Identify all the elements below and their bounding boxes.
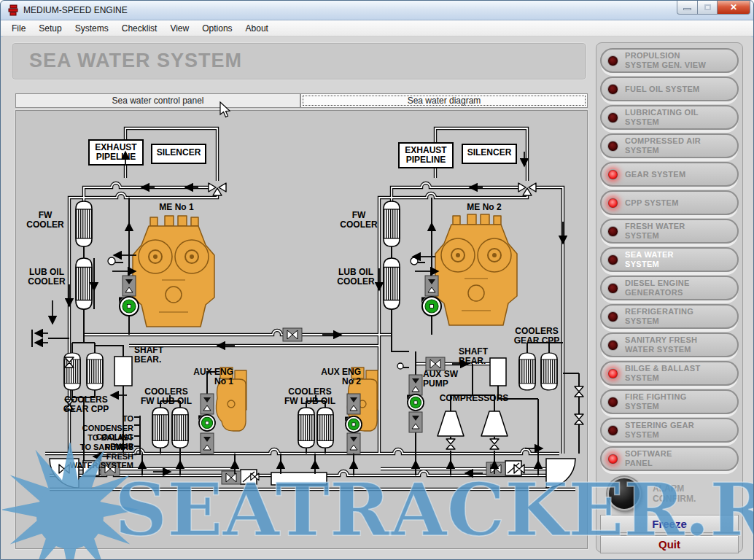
led-indicator bbox=[607, 84, 618, 95]
me2-sw-pump[interactable] bbox=[421, 297, 441, 316]
minimize-icon bbox=[683, 8, 691, 10]
sidebar-item-sanitary-fresh-water[interactable]: SANITARY FRESH WATER SYSTEM bbox=[600, 332, 739, 357]
aux-eng2-pump[interactable] bbox=[345, 416, 362, 432]
aux-eng1-pump[interactable] bbox=[198, 415, 215, 431]
led-indicator bbox=[607, 425, 618, 436]
label-me1: ME No 1 bbox=[147, 203, 206, 212]
label-coolers-fw-lub-oil-2: COOLERS FW LUB OIL bbox=[281, 387, 339, 406]
label-to-sanitary: TO SANITARY FRESH WATER SYSTEM bbox=[58, 443, 133, 470]
alarm-confirm-button[interactable] bbox=[607, 477, 641, 510]
label-coolers-gear-cpp-2: COOLERS GEAR CPP bbox=[508, 327, 566, 346]
label-shaft-bear-1: SHAFT BEAR. bbox=[134, 346, 178, 365]
led-indicator bbox=[607, 169, 618, 180]
menu-setup[interactable]: Setup bbox=[32, 21, 68, 36]
label-silencer-1: SILENCER bbox=[152, 148, 206, 158]
client-area: SEA WATER SYSTEM Sea water control panel… bbox=[1, 37, 753, 559]
sidebar-item-propulsion[interactable]: PROPULSION SYSTEM GEN. VIEW bbox=[600, 48, 739, 73]
led-indicator bbox=[607, 226, 618, 237]
led-indicator bbox=[607, 141, 618, 152]
led-indicator bbox=[607, 368, 618, 379]
minimize-button[interactable] bbox=[677, 1, 698, 15]
shaft-bearing-1 bbox=[114, 357, 132, 386]
menu-checklist[interactable]: Checklist bbox=[115, 21, 164, 36]
lub-oil-cooler-1 bbox=[76, 258, 92, 309]
label-me2: ME No 2 bbox=[455, 203, 513, 212]
label-fw-cooler-2: FW COOLER bbox=[337, 211, 381, 230]
lub-oil-cooler-2 bbox=[384, 258, 400, 309]
alarm-confirm-label: ALARM CONFIRM. bbox=[653, 483, 696, 504]
menu-about[interactable]: About bbox=[239, 21, 275, 36]
menu-bar: File Setup Systems Checklist View Option… bbox=[1, 20, 753, 36]
me2-sw-valve[interactable] bbox=[425, 276, 438, 296]
label-silencer-2: SILENCER bbox=[462, 148, 516, 158]
page-title: SEA WATER SYSTEM bbox=[29, 50, 586, 72]
menu-systems[interactable]: Systems bbox=[69, 21, 115, 36]
sidebar-item-sea-water[interactable]: SEA WATER SYSTEM bbox=[600, 247, 739, 272]
label-exhaust-pipeline-1: EXHAUST PIPELINE bbox=[89, 143, 143, 162]
label-lub-oil-cooler-1: LUB OIL COOLER bbox=[22, 268, 71, 287]
aux-sw-pump[interactable] bbox=[407, 394, 424, 411]
sidebar-item-bilge-ballast[interactable]: BILGE & BALLAST SYSTEM bbox=[600, 361, 739, 386]
led-indicator bbox=[607, 311, 618, 322]
label-aux-sw-pump: AUX SW PUMP bbox=[423, 370, 474, 389]
led-indicator bbox=[607, 283, 618, 294]
compressor-1 bbox=[438, 411, 464, 436]
tab-sea-water-diagram[interactable]: Sea water diagram bbox=[300, 93, 588, 108]
label-compressors: COMPRESSORS bbox=[429, 394, 519, 403]
label-aux-eng-2: AUX ENG No 2 bbox=[297, 368, 361, 386]
sidebar-item-diesel-generators[interactable]: DIESEL ENGINE GENERATORS bbox=[600, 276, 739, 300]
title-bar: MEDIUM-SPEED ENGINE ✕ bbox=[1, 1, 753, 20]
maximize-icon bbox=[704, 4, 711, 10]
menu-file[interactable]: File bbox=[5, 21, 32, 36]
me1-sw-pump[interactable] bbox=[119, 297, 139, 316]
label-coolers-fw-lub-oil-1: COOLERS FW LUB OIL bbox=[137, 387, 195, 406]
led-indicator bbox=[607, 198, 618, 209]
led-indicator bbox=[607, 454, 618, 464]
led-indicator bbox=[607, 254, 618, 265]
window-title: MEDIUM-SPEED ENGINE bbox=[23, 5, 677, 15]
fw-cooler-2 bbox=[384, 201, 400, 246]
close-icon: ✕ bbox=[730, 2, 737, 12]
maximize-button[interactable] bbox=[698, 1, 718, 15]
header-panel: SEA WATER SYSTEM bbox=[11, 42, 587, 80]
label-exhaust-pipeline-2: EXHAUST PIPELINE bbox=[399, 146, 453, 165]
app-icon bbox=[7, 4, 19, 16]
sidebar-item-gear[interactable]: GEAR SYSTEM bbox=[600, 162, 739, 187]
label-fw-cooler-1: FW COOLER bbox=[23, 211, 67, 230]
sidebar-item-fire-fighting[interactable]: FIRE FIGHTING SYSTEM bbox=[600, 389, 739, 414]
menu-view[interactable]: View bbox=[163, 21, 195, 36]
freeze-button[interactable]: Freeze bbox=[600, 515, 739, 533]
quit-button[interactable]: Quit bbox=[600, 535, 739, 553]
close-button[interactable]: ✕ bbox=[718, 1, 750, 15]
tab-sea-water-control-panel[interactable]: Sea water control panel bbox=[15, 93, 300, 108]
sidebar-item-lubricating-oil[interactable]: LUBRICATING OIL SYSTEM bbox=[600, 105, 739, 130]
led-indicator bbox=[607, 55, 618, 66]
sea-water-diagram-panel: EXHAUST PIPELINE SILENCER EXHAUST PIPELI… bbox=[15, 110, 588, 549]
compressor-2 bbox=[481, 411, 508, 436]
sea-chest-right bbox=[546, 459, 575, 488]
menu-options[interactable]: Options bbox=[195, 21, 238, 36]
sidebar-item-fresh-water[interactable]: FRESH WATER SYSTEM bbox=[600, 219, 739, 244]
three-way-valve-2[interactable] bbox=[518, 183, 536, 195]
fw-cooler-1 bbox=[76, 201, 92, 246]
me1-sw-valve[interactable] bbox=[123, 276, 136, 296]
sea-water-diagram bbox=[16, 111, 588, 550]
led-indicator bbox=[607, 340, 618, 351]
app-window: MEDIUM-SPEED ENGINE ✕ File Setup Systems… bbox=[0, 0, 754, 560]
sidebar-item-software-panel[interactable]: SOFTWARE PANEL bbox=[600, 446, 739, 471]
label-coolers-gear-cpp-1: COOLERS GEAR CPP bbox=[57, 395, 115, 414]
sidebar-item-steering-gear[interactable]: STEERING GEAR SYSTEM bbox=[600, 418, 739, 443]
label-aux-eng-1: AUX ENG No 1 bbox=[169, 368, 233, 386]
main-engine-2 bbox=[435, 214, 517, 325]
sea-water-crossover bbox=[271, 472, 327, 485]
sidebar-item-compressed-air[interactable]: COMPRESSED AIR SYSTEM bbox=[600, 133, 739, 158]
sidebar-item-refrigerating[interactable]: REFRIGERATING SYSTEM bbox=[600, 304, 739, 329]
sidebar-item-cpp[interactable]: CPP SYSTEM bbox=[600, 190, 739, 215]
led-indicator bbox=[607, 397, 618, 408]
main-engine-1 bbox=[133, 216, 214, 327]
led-indicator bbox=[607, 112, 618, 123]
label-lub-oil-cooler-2: LUB OIL COOLER bbox=[331, 268, 381, 287]
three-way-valve-1[interactable] bbox=[209, 183, 226, 195]
label-shaft-bear-2: SHAFT BEAR. bbox=[459, 347, 502, 366]
sidebar-item-fuel-oil[interactable]: FUEL OIL SYSTEM bbox=[600, 77, 739, 101]
